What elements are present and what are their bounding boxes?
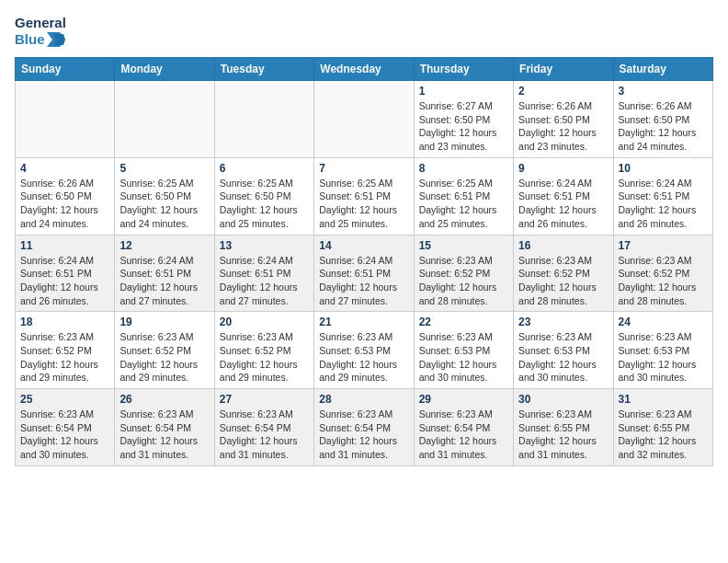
day-number: 19 [119,316,209,328]
day-number: 6 [220,162,309,175]
day-cell: 8Sunrise: 6:25 AM Sunset: 6:51 PM Daylig… [414,157,513,235]
day-cell [214,81,313,158]
logo-blue: Blue [15,31,65,48]
weekday-header-sunday: Sunday [16,58,115,81]
day-info: Sunrise: 6:23 AM Sunset: 6:52 PM Dayligh… [619,254,708,308]
day-cell [314,81,414,158]
day-number: 4 [20,162,109,175]
day-number: 5 [119,162,209,175]
day-info: Sunrise: 6:27 AM Sunset: 6:50 PM Dayligh… [419,99,508,154]
day-info: Sunrise: 6:26 AM Sunset: 6:50 PM Dayligh… [20,177,109,231]
day-number: 17 [619,239,708,252]
day-info: Sunrise: 6:23 AM Sunset: 6:54 PM Dayligh… [20,408,109,462]
day-number: 3 [619,85,708,98]
day-info: Sunrise: 6:25 AM Sunset: 6:51 PM Dayligh… [319,177,408,231]
day-cell [16,81,115,158]
day-number: 10 [619,162,708,175]
weekday-header-thursday: Thursday [414,58,513,81]
day-number: 7 [319,162,408,175]
day-cell: 9Sunrise: 6:24 AM Sunset: 6:51 PM Daylig… [514,157,613,235]
day-info: Sunrise: 6:23 AM Sunset: 6:54 PM Dayligh… [119,408,209,462]
week-row-3: 11Sunrise: 6:24 AM Sunset: 6:51 PM Dayli… [16,235,713,312]
day-info: Sunrise: 6:23 AM Sunset: 6:52 PM Dayligh… [220,330,309,385]
day-info: Sunrise: 6:24 AM Sunset: 6:51 PM Dayligh… [220,254,309,308]
day-cell: 13Sunrise: 6:24 AM Sunset: 6:51 PM Dayli… [214,235,313,312]
day-info: Sunrise: 6:23 AM Sunset: 6:53 PM Dayligh… [419,330,508,385]
day-info: Sunrise: 6:23 AM Sunset: 6:54 PM Dayligh… [419,408,508,462]
day-cell: 11Sunrise: 6:24 AM Sunset: 6:51 PM Dayli… [16,235,115,312]
week-row-2: 4Sunrise: 6:26 AM Sunset: 6:50 PM Daylig… [16,157,713,235]
day-info: Sunrise: 6:25 AM Sunset: 6:50 PM Dayligh… [119,177,209,231]
day-number: 29 [419,393,508,406]
day-info: Sunrise: 6:23 AM Sunset: 6:52 PM Dayligh… [419,254,508,308]
day-number: 18 [20,316,109,328]
day-number: 28 [319,393,408,406]
day-number: 13 [220,239,309,252]
day-cell: 21Sunrise: 6:23 AM Sunset: 6:53 PM Dayli… [314,312,414,389]
logo-general: General [15,15,66,31]
day-cell [115,81,214,158]
day-cell: 19Sunrise: 6:23 AM Sunset: 6:52 PM Dayli… [115,312,214,389]
day-cell: 5Sunrise: 6:25 AM Sunset: 6:50 PM Daylig… [115,157,214,235]
day-info: Sunrise: 6:23 AM Sunset: 6:54 PM Dayligh… [220,408,309,462]
day-number: 8 [419,162,508,175]
weekday-header-row: SundayMondayTuesdayWednesdayThursdayFrid… [16,58,713,81]
day-info: Sunrise: 6:24 AM Sunset: 6:51 PM Dayligh… [319,254,408,308]
day-info: Sunrise: 6:23 AM Sunset: 6:54 PM Dayligh… [319,408,408,462]
week-row-4: 18Sunrise: 6:23 AM Sunset: 6:52 PM Dayli… [16,312,713,389]
week-row-1: 1Sunrise: 6:27 AM Sunset: 6:50 PM Daylig… [16,81,713,158]
day-cell: 23Sunrise: 6:23 AM Sunset: 6:53 PM Dayli… [514,312,613,389]
day-number: 9 [518,162,608,175]
day-cell: 26Sunrise: 6:23 AM Sunset: 6:54 PM Dayli… [115,389,214,466]
day-info: Sunrise: 6:25 AM Sunset: 6:50 PM Dayligh… [220,177,309,231]
logo-arrow-icon [47,32,65,47]
weekday-header-monday: Monday [115,58,214,81]
weekday-header-tuesday: Tuesday [214,58,313,81]
day-cell: 3Sunrise: 6:26 AM Sunset: 6:50 PM Daylig… [613,81,712,158]
calendar-table: SundayMondayTuesdayWednesdayThursdayFrid… [15,57,713,466]
day-info: Sunrise: 6:23 AM Sunset: 6:55 PM Dayligh… [518,408,608,462]
day-cell: 30Sunrise: 6:23 AM Sunset: 6:55 PM Dayli… [514,389,613,466]
day-number: 12 [119,239,209,252]
day-info: Sunrise: 6:26 AM Sunset: 6:50 PM Dayligh… [518,99,608,154]
logo: General Blue [15,15,66,48]
day-info: Sunrise: 6:23 AM Sunset: 6:53 PM Dayligh… [319,330,408,385]
day-info: Sunrise: 6:24 AM Sunset: 6:51 PM Dayligh… [119,254,209,308]
day-cell: 20Sunrise: 6:23 AM Sunset: 6:52 PM Dayli… [214,312,313,389]
day-info: Sunrise: 6:23 AM Sunset: 6:52 PM Dayligh… [518,254,608,308]
day-number: 15 [419,239,508,252]
day-number: 11 [20,239,109,252]
day-info: Sunrise: 6:23 AM Sunset: 6:55 PM Dayligh… [619,408,708,462]
day-info: Sunrise: 6:23 AM Sunset: 6:53 PM Dayligh… [619,330,708,385]
day-number: 25 [20,393,109,406]
day-number: 22 [419,316,508,328]
day-info: Sunrise: 6:24 AM Sunset: 6:51 PM Dayligh… [20,254,109,308]
day-info: Sunrise: 6:24 AM Sunset: 6:51 PM Dayligh… [619,177,708,231]
day-cell: 2Sunrise: 6:26 AM Sunset: 6:50 PM Daylig… [514,81,613,158]
day-number: 16 [518,239,608,252]
day-number: 1 [419,85,508,98]
weekday-header-wednesday: Wednesday [314,58,414,81]
day-cell: 28Sunrise: 6:23 AM Sunset: 6:54 PM Dayli… [314,389,414,466]
day-cell: 15Sunrise: 6:23 AM Sunset: 6:52 PM Dayli… [414,235,513,312]
day-cell: 4Sunrise: 6:26 AM Sunset: 6:50 PM Daylig… [16,157,115,235]
day-cell: 29Sunrise: 6:23 AM Sunset: 6:54 PM Dayli… [414,389,513,466]
day-cell: 14Sunrise: 6:24 AM Sunset: 6:51 PM Dayli… [314,235,414,312]
day-cell: 18Sunrise: 6:23 AM Sunset: 6:52 PM Dayli… [16,312,115,389]
weekday-header-saturday: Saturday [613,58,712,81]
day-info: Sunrise: 6:24 AM Sunset: 6:51 PM Dayligh… [518,177,608,231]
day-cell: 25Sunrise: 6:23 AM Sunset: 6:54 PM Dayli… [16,389,115,466]
day-cell: 24Sunrise: 6:23 AM Sunset: 6:53 PM Dayli… [613,312,712,389]
day-cell: 27Sunrise: 6:23 AM Sunset: 6:54 PM Dayli… [214,389,313,466]
day-number: 21 [319,316,408,328]
day-number: 24 [619,316,708,328]
day-number: 20 [220,316,309,328]
day-number: 26 [119,393,209,406]
day-number: 2 [518,85,608,98]
day-cell: 10Sunrise: 6:24 AM Sunset: 6:51 PM Dayli… [613,157,712,235]
day-number: 31 [619,393,708,406]
day-cell: 31Sunrise: 6:23 AM Sunset: 6:55 PM Dayli… [613,389,712,466]
day-cell: 22Sunrise: 6:23 AM Sunset: 6:53 PM Dayli… [414,312,513,389]
weekday-header-friday: Friday [514,58,613,81]
day-cell: 17Sunrise: 6:23 AM Sunset: 6:52 PM Dayli… [613,235,712,312]
